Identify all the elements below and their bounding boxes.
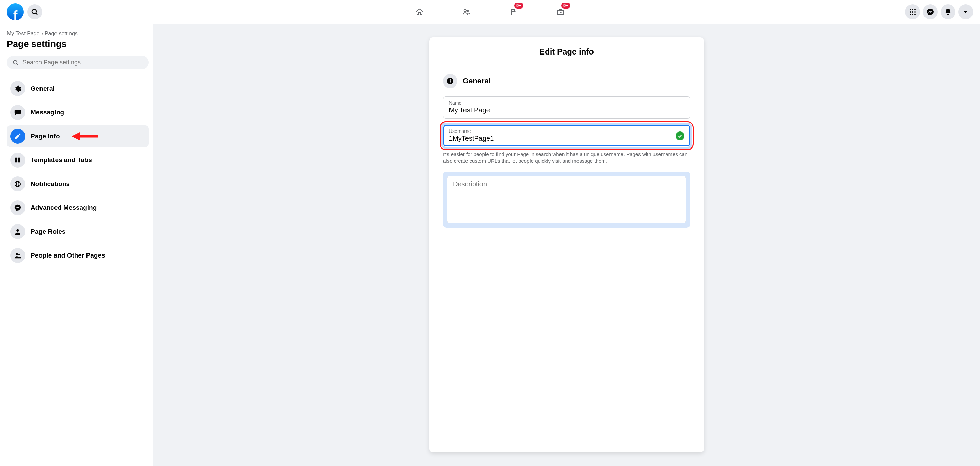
section-general: General Name Username It's easier for pe…	[430, 65, 704, 228]
svg-point-6	[910, 9, 911, 10]
grid-icon	[14, 156, 21, 164]
messenger-icon	[14, 204, 21, 212]
sidebar-item-general[interactable]: General	[7, 78, 149, 99]
breadcrumb-page-link[interactable]: My Test Page	[7, 31, 40, 37]
people-icon	[14, 252, 21, 259]
username-helper: It's easier for people to find your Page…	[443, 151, 690, 165]
svg-point-9	[910, 11, 911, 13]
top-nav-tabs: 9+ 9+	[411, 0, 569, 24]
card-title: Edit Page info	[433, 47, 700, 57]
username-label: Username	[449, 128, 684, 134]
svg-point-12	[910, 14, 911, 15]
sidebar-item-messaging[interactable]: Messaging	[7, 102, 149, 123]
breadcrumb: My Test Page › Page settings	[7, 31, 149, 37]
sidebar-item-page-roles[interactable]: Page Roles	[7, 221, 149, 243]
sidebar-search-input[interactable]	[22, 59, 143, 66]
sidebar-title: Page settings	[7, 39, 149, 49]
facebook-f-icon: f	[13, 9, 18, 22]
grid-icon	[908, 8, 917, 16]
svg-rect-20	[18, 158, 20, 160]
person-icon	[14, 228, 21, 235]
top-nav-left: f	[7, 3, 42, 21]
top-nav: f 9+ 9+	[0, 0, 980, 24]
sidebar-item-page-info[interactable]: Page Info	[7, 125, 149, 147]
description-input[interactable]	[453, 180, 680, 219]
name-input[interactable]	[449, 106, 684, 114]
sidebar: My Test Page › Page settings Page settin…	[0, 24, 153, 466]
facebook-logo[interactable]: f	[7, 3, 24, 21]
sidebar-item-people-pages[interactable]: People and Other Pages	[7, 244, 149, 267]
username-input[interactable]	[449, 134, 684, 142]
flag-icon	[509, 8, 518, 16]
sidebar-item-notifications[interactable]: Notifications	[7, 173, 149, 195]
watch-badge: 9+	[561, 3, 570, 8]
annotation-arrow-icon	[72, 131, 99, 142]
section-title: General	[463, 77, 491, 86]
svg-line-1	[36, 13, 37, 14]
sidebar-item-label: Messaging	[31, 109, 64, 116]
home-icon	[415, 8, 423, 16]
sidebar-item-label: Notifications	[31, 180, 70, 188]
description-field[interactable]	[447, 176, 686, 223]
page-body: My Test Page › Page settings Page settin…	[0, 24, 980, 466]
breadcrumb-sep: ›	[41, 31, 43, 37]
check-icon	[676, 131, 684, 140]
gear-icon	[14, 85, 21, 92]
main: Edit Page info General Name Username	[153, 24, 980, 466]
sidebar-item-advanced-messaging[interactable]: Advanced Messaging	[7, 197, 149, 219]
svg-point-14	[914, 14, 916, 15]
sidebar-item-label: General	[31, 85, 55, 92]
svg-point-23	[16, 229, 19, 231]
search-button[interactable]	[27, 5, 42, 19]
pencil-icon	[14, 132, 21, 140]
username-field[interactable]: Username	[443, 124, 690, 147]
sidebar-search[interactable]	[7, 56, 149, 70]
breadcrumb-current: Page settings	[45, 31, 78, 37]
description-field-wrap	[443, 172, 690, 228]
top-nav-right	[905, 5, 973, 19]
search-icon	[31, 8, 39, 16]
sidebar-item-label: Page Info	[31, 132, 60, 140]
pages-badge: 9+	[514, 3, 523, 8]
notifications-button[interactable]	[940, 5, 956, 19]
svg-rect-21	[15, 160, 18, 163]
svg-point-13	[912, 14, 913, 15]
svg-point-7	[912, 9, 913, 10]
name-label: Name	[449, 100, 684, 105]
nav-tab-pages[interactable]: 9+	[505, 0, 522, 24]
watch-icon	[557, 8, 565, 16]
friends-icon	[462, 8, 471, 16]
svg-marker-5	[560, 11, 562, 13]
sidebar-item-label: Templates and Tabs	[31, 156, 92, 164]
menu-button[interactable]	[905, 5, 920, 19]
nav-tab-friends[interactable]	[458, 0, 475, 24]
svg-point-2	[464, 9, 466, 11]
svg-point-28	[450, 79, 450, 80]
chat-icon	[14, 109, 21, 116]
svg-rect-19	[15, 158, 18, 160]
search-icon	[12, 59, 19, 66]
sidebar-item-label: Advanced Messaging	[31, 204, 97, 212]
svg-point-0	[32, 9, 37, 14]
caret-down-icon	[962, 8, 970, 16]
sidebar-item-templates-tabs[interactable]: Templates and Tabs	[7, 149, 149, 171]
svg-point-25	[18, 254, 20, 255]
globe-icon	[14, 180, 21, 188]
sidebar-item-label: People and Other Pages	[31, 252, 105, 259]
name-field[interactable]: Name	[443, 96, 690, 118]
svg-rect-27	[450, 80, 450, 83]
svg-point-8	[914, 9, 916, 10]
account-button[interactable]	[958, 5, 973, 19]
messenger-button[interactable]	[923, 5, 938, 19]
svg-point-24	[16, 253, 18, 255]
bell-icon	[944, 8, 952, 16]
nav-tab-watch[interactable]: 9+	[552, 0, 569, 24]
svg-marker-18	[72, 132, 80, 140]
nav-tab-home[interactable]	[411, 0, 428, 24]
sidebar-item-label: Page Roles	[31, 228, 65, 235]
messenger-icon	[926, 8, 934, 16]
info-icon	[443, 74, 457, 88]
svg-rect-22	[18, 160, 20, 163]
edit-page-info-card: Edit Page info General Name Username	[430, 37, 704, 452]
svg-point-15	[13, 60, 17, 64]
